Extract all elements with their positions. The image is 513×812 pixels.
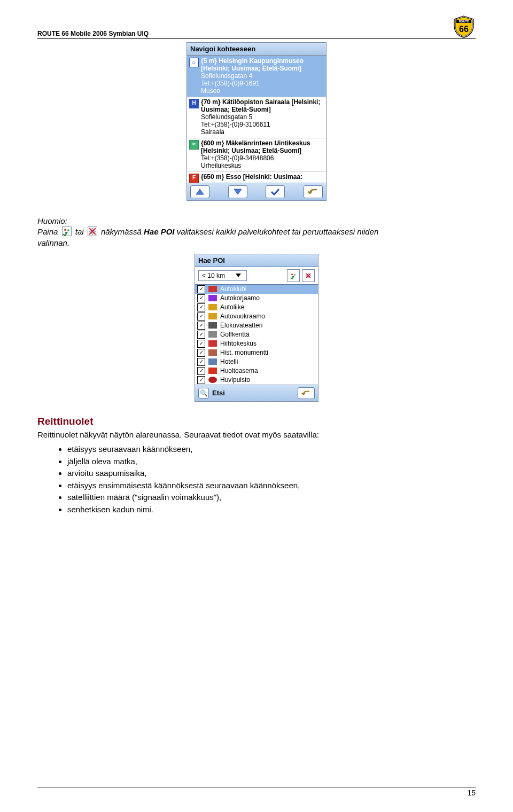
poi-title: {5 m} Helsingin Kaupunginmuseo [Helsinki… [201,57,324,72]
checkbox-icon[interactable] [197,367,205,375]
section-heading: Reittinuolet [37,416,476,427]
category-item[interactable]: Huvipuisto [195,376,318,385]
text: tai [75,227,84,236]
checkbox-icon[interactable] [197,313,205,321]
category-item[interactable]: Hiihtokeskus [195,339,318,348]
poi-result-item[interactable]: ⌂ {5 m} Helsingin Kaupunginmuseo [Helsin… [187,56,326,97]
poi-type: Urheilukeskus [189,162,324,169]
category-label: Huvipuisto [220,376,250,384]
category-icon [208,322,217,329]
list-item: etäisyys ensimmäisestä käännöksestä seur… [67,480,476,492]
titlebar-label: Navigoi kohteeseen [190,45,255,53]
hae-poi-ref: Hae POI [144,227,175,236]
search-bar: 🔍 Etsi [195,385,318,401]
category-icon [208,304,217,310]
down-button[interactable] [228,185,247,198]
category-label: Autovuokraamo [220,313,265,320]
poi-tel: Tel:+(358)-(0)9-3106611 [189,121,324,128]
search-label: Etsi [212,389,225,397]
text: näkymässä [101,227,142,236]
checkbox-icon[interactable] [197,376,205,384]
window-titlebar: Navigoi kohteeseen [187,43,326,56]
checkbox-icon[interactable] [197,331,205,339]
poi-address: Sofielundsgatan 5 [189,113,324,121]
distance-value: < 10 km [202,272,225,279]
poi-result-item[interactable]: ≈ {600 m} Mäkelänrinteen Uintikeskus [He… [187,138,326,171]
category-icon [208,331,217,338]
home-icon: ⌂ [189,58,199,67]
poi-address: Sofielundsgatan 4 [189,72,324,80]
svg-marker-13 [236,274,241,277]
svg-point-6 [64,229,66,231]
select-all-poi-icon [62,227,72,236]
text: valinnan. [37,238,69,247]
search-icon: 🔍 [198,388,209,399]
category-item[interactable]: Autoliike [195,303,318,312]
checkbox-icon[interactable] [197,349,205,357]
category-item[interactable]: Hist. monumentti [195,348,318,357]
svg-point-7 [67,229,69,231]
back-button[interactable] [298,387,315,399]
distance-dropdown[interactable]: < 10 km [198,270,247,281]
route66-logo-icon: ROUTE 66 [452,15,476,38]
category-item[interactable]: Elokuvateatteri [195,321,318,330]
category-icon [208,295,217,301]
category-item[interactable]: Autoklubi [195,285,318,294]
checkbox-icon[interactable] [197,285,205,293]
category-label: Hotelli [220,358,238,365]
category-label: Golfkenttä [220,331,250,338]
list-item: etäisyys seuraavaan käännökseen, [67,443,476,456]
back-button[interactable] [304,185,323,198]
checkbox-icon[interactable] [197,340,205,348]
list-item: senhetkisen kadun nimi. [67,504,476,516]
category-item[interactable]: Huoltoasema [195,366,318,376]
category-icon [208,286,217,292]
list-item: satelliittien määrä ("signaalin voimakku… [67,491,476,504]
category-item[interactable]: Golfkenttä [195,330,318,339]
checkbox-icon[interactable] [197,303,205,311]
distance-filter-row: < 10 km [195,267,318,285]
bottom-toolbar [187,183,326,200]
category-label: Elokuvateatteri [220,322,262,329]
header-title: ROUTE 66 Mobile 2006 Symbian UIQ [37,30,149,37]
poi-result-item[interactable]: H {70 m} Kätilöopiston Sairaala [Helsink… [187,97,326,138]
screenshot-navigoi-kohteeseen: Navigoi kohteeseen ⌂ {5 m} Helsingin Kau… [186,42,327,201]
poi-result-list: ⌂ {5 m} Helsingin Kaupunginmuseo [Helsin… [187,56,326,183]
category-item[interactable]: Autokorjaamo [195,294,318,303]
titlebar-label: Hae POI [198,256,225,264]
category-item[interactable]: Autovuokraamo [195,312,318,321]
svg-point-15 [294,274,296,276]
section-intro: Reittinuolet näkyvät näytön alareunassa.… [37,430,476,440]
list-item: arvioitu saapumisaika, [67,467,476,480]
select-all-button[interactable] [287,269,300,282]
page-number: 15 [467,788,476,797]
category-list: Autoklubi Autokorjaamo Autoliike Autovuo… [195,285,318,385]
checkbox-icon[interactable] [197,322,205,330]
up-button[interactable] [190,185,209,198]
category-item[interactable]: Hotelli [195,357,318,366]
text: Paina [37,227,58,236]
svg-marker-4 [234,189,242,194]
list-item: jäljellä oleva matka, [67,456,476,468]
poi-type: Sairaala [189,128,324,136]
search-button[interactable]: 🔍 Etsi [198,388,225,399]
category-icon [208,313,217,319]
note-label: Huomio: [37,216,67,225]
category-label: Autokorjaamo [220,294,260,302]
page-footer: 15 [37,787,476,797]
poi-title: {600 m} Mäkelänrinteen Uintikeskus [Hels… [201,139,324,154]
checkbox-icon[interactable] [197,294,205,302]
ok-button[interactable] [266,185,285,198]
poi-result-item-cutoff[interactable]: F {650 m} Esso [Helsinki: Uusimaa: [187,171,326,183]
poi-title: {70 m} Kätilöopiston Sairaala [Helsinki;… [201,98,324,113]
deselect-all-button[interactable] [302,269,315,282]
window-titlebar: Hae POI [195,254,318,267]
fuel-icon: F [189,174,199,183]
screenshot-hae-poi: Hae POI < 10 km Autoklubi Autokorjaamo A… [195,254,318,402]
poi-type: Museo [189,87,324,95]
category-label: Hiihtokeskus [220,340,256,347]
checkbox-icon[interactable] [197,358,205,366]
category-icon [208,349,217,356]
category-icon [208,368,217,374]
svg-point-14 [291,274,293,275]
